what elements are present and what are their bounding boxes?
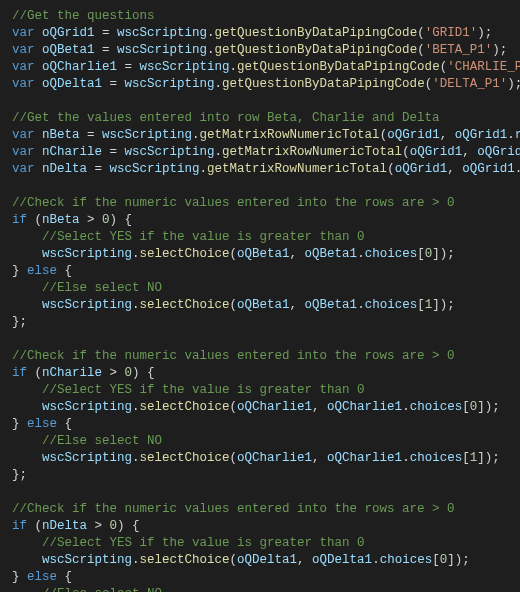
code-line[interactable]: var oQDelta1 = wscScripting.getQuestionB…	[12, 76, 508, 93]
token-fn: getMatrixRowNumericTotal	[207, 162, 387, 176]
code-line[interactable]: //Get the values entered into row Beta, …	[12, 110, 508, 127]
token-op: (	[230, 247, 238, 261]
token-op: {	[57, 264, 72, 278]
code-line[interactable]: var oQGrid1 = wscScripting.getQuestionBy…	[12, 25, 508, 42]
token-kw: if	[12, 519, 27, 533]
code-line[interactable]: if (nBeta > 0) {	[12, 212, 508, 229]
code-line[interactable]: //Else select NO	[12, 586, 508, 592]
token-op: );	[477, 26, 492, 40]
code-line[interactable]	[12, 484, 508, 501]
token-op: (	[380, 128, 388, 142]
token-str: 'DELTA_P1'	[432, 77, 507, 91]
token-op	[12, 230, 42, 244]
token-op: .	[357, 247, 365, 261]
code-line[interactable]	[12, 178, 508, 195]
token-fn: getQuestionByDataPipingCode	[237, 60, 440, 74]
code-line[interactable]: //Select YES if the value is greater tha…	[12, 382, 508, 399]
token-fn: selectChoice	[140, 451, 230, 465]
token-var: oQCharlie1	[327, 451, 402, 465]
token-op: ]);	[432, 298, 455, 312]
code-line[interactable]: wscScripting.selectChoice(oQBeta1, oQBet…	[12, 297, 508, 314]
token-op: ]);	[447, 553, 470, 567]
token-op: ,	[312, 400, 327, 414]
code-line[interactable]: var oQCharlie1 = wscScripting.getQuestio…	[12, 59, 508, 76]
token-op: .	[357, 298, 365, 312]
token-op: };	[12, 468, 27, 482]
token-var: wscScripting	[42, 553, 132, 567]
code-line[interactable]	[12, 331, 508, 348]
code-line[interactable]: var oQBeta1 = wscScripting.getQuestionBy…	[12, 42, 508, 59]
token-fn: selectChoice	[140, 400, 230, 414]
token-var: wscScripting	[117, 43, 207, 57]
token-comment: //Check if the numeric values entered in…	[12, 349, 455, 363]
code-line[interactable]: if (nCharile > 0) {	[12, 365, 508, 382]
token-var: nBeta	[42, 128, 80, 142]
token-op: .	[132, 553, 140, 567]
token-comment: //Else select NO	[42, 434, 162, 448]
code-line[interactable]: if (nDelta > 0) {	[12, 518, 508, 535]
token-kw: var	[12, 128, 35, 142]
code-line[interactable]: //Check if the numeric values entered in…	[12, 348, 508, 365]
token-kw: var	[12, 162, 35, 176]
code-line[interactable]: } else {	[12, 263, 508, 280]
code-line[interactable]: //Else select NO	[12, 280, 508, 297]
token-op: =	[102, 77, 125, 91]
token-op: .	[207, 43, 215, 57]
token-op	[35, 43, 43, 57]
code-line[interactable]: //Check if the numeric values entered in…	[12, 195, 508, 212]
token-var: choices	[410, 400, 463, 414]
code-line[interactable]: };	[12, 467, 508, 484]
token-op: (	[417, 43, 425, 57]
code-line[interactable]: //Select YES if the value is greater tha…	[12, 535, 508, 552]
token-kw: var	[12, 43, 35, 57]
code-line[interactable]: wscScripting.selectChoice(oQBeta1, oQBet…	[12, 246, 508, 263]
token-op: =	[117, 60, 140, 74]
token-var: wscScripting	[140, 60, 230, 74]
code-line[interactable]: } else {	[12, 569, 508, 586]
code-line[interactable]: //Select YES if the value is greater tha…	[12, 229, 508, 246]
token-var: oQDelta1	[237, 553, 297, 567]
code-line[interactable]: //Else select NO	[12, 433, 508, 450]
code-editor[interactable]: //Get the questionsvar oQGrid1 = wscScri…	[12, 8, 508, 592]
code-line[interactable]: wscScripting.selectChoice(oQCharlie1, oQ…	[12, 399, 508, 416]
token-var: oQBeta1	[42, 43, 95, 57]
token-op: {	[57, 570, 72, 584]
code-line[interactable]: var nDelta = wscScripting.getMatrixRowNu…	[12, 161, 508, 178]
token-var: choices	[365, 298, 418, 312]
token-op: >	[87, 519, 110, 533]
token-op: ) {	[132, 366, 155, 380]
token-op: ,	[312, 451, 327, 465]
token-kw: if	[12, 366, 27, 380]
token-var: wscScripting	[125, 77, 215, 91]
token-comment: //Else select NO	[42, 281, 162, 295]
token-var: wscScripting	[42, 298, 132, 312]
code-line[interactable]: wscScripting.selectChoice(oQDelta1, oQDe…	[12, 552, 508, 569]
token-str: 'CHARLIE_P1'	[447, 60, 520, 74]
token-op: ,	[447, 162, 462, 176]
token-comment: //Get the questions	[12, 9, 155, 23]
token-op: >	[80, 213, 103, 227]
token-var: oQCharlie1	[237, 451, 312, 465]
code-line[interactable]: wscScripting.selectChoice(oQCharlie1, oQ…	[12, 450, 508, 467]
token-fn: getQuestionByDataPipingCode	[215, 26, 418, 40]
token-op: ,	[462, 145, 477, 159]
token-op: );	[507, 77, 520, 91]
token-fn: getQuestionByDataPipingCode	[222, 77, 425, 91]
token-op: ]);	[477, 400, 500, 414]
token-var: oQGrid1	[455, 128, 508, 142]
token-comment: //Select YES if the value is greater tha…	[42, 230, 365, 244]
token-kw: var	[12, 60, 35, 74]
token-op: .	[507, 128, 515, 142]
token-var: oQBeta1	[237, 247, 290, 261]
token-op	[12, 536, 42, 550]
code-line[interactable]: } else {	[12, 416, 508, 433]
code-line[interactable]: //Get the questions	[12, 8, 508, 25]
token-op: (	[230, 553, 238, 567]
token-fn: getMatrixRowNumericTotal	[222, 145, 402, 159]
code-line[interactable]: var nCharile = wscScripting.getMatrixRow…	[12, 144, 508, 161]
code-line[interactable]: };	[12, 314, 508, 331]
code-line[interactable]: //Check if the numeric values entered in…	[12, 501, 508, 518]
code-line[interactable]	[12, 93, 508, 110]
token-var: oQCharlie1	[42, 60, 117, 74]
code-line[interactable]: var nBeta = wscScripting.getMatrixRowNum…	[12, 127, 508, 144]
